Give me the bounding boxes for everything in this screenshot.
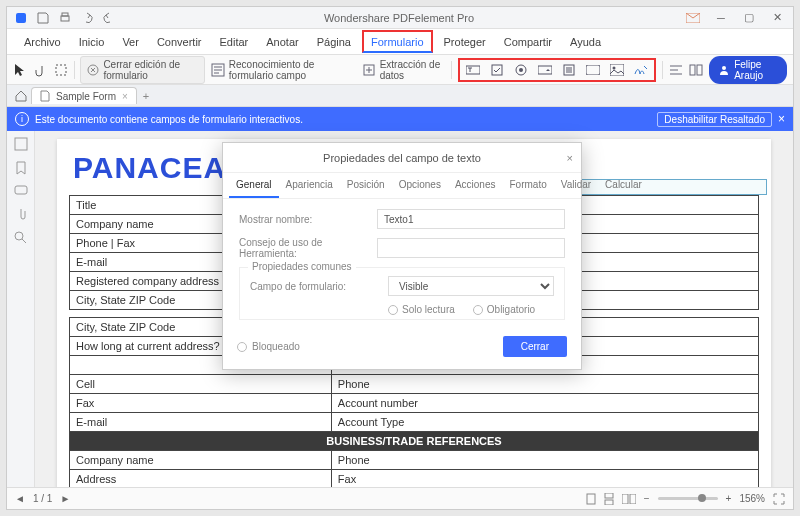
tab-acciones[interactable]: Acciones	[448, 173, 503, 198]
save-icon[interactable]	[35, 10, 51, 26]
listbox-icon[interactable]	[560, 61, 578, 79]
pointer-icon[interactable]	[13, 61, 27, 79]
disable-highlight-button[interactable]: Deshabilitar Resaltado	[657, 112, 772, 127]
info-icon: i	[15, 112, 29, 126]
textfield-icon[interactable]	[464, 61, 482, 79]
close-form-edit-button[interactable]: Cerrar edición de formulario	[80, 56, 204, 84]
combobox-icon[interactable]	[536, 61, 554, 79]
tab-calcular[interactable]: Calcular	[598, 173, 649, 198]
required-check[interactable]: Obligatorio	[473, 304, 535, 315]
svg-rect-18	[697, 65, 702, 75]
comments-icon[interactable]	[14, 185, 28, 197]
locked-check[interactable]: Bloqueado	[237, 341, 300, 352]
svg-rect-15	[610, 64, 624, 76]
thumbnails-icon[interactable]	[14, 137, 28, 151]
hand-icon[interactable]	[33, 61, 47, 79]
tooltip-input[interactable]	[377, 238, 565, 258]
menu-ver[interactable]: Ver	[113, 29, 148, 54]
svg-rect-14	[586, 65, 600, 75]
banner-close-icon[interactable]: ×	[778, 112, 785, 126]
sidebar	[7, 131, 35, 487]
close-circle-icon	[87, 64, 99, 76]
menu-ayuda[interactable]: Ayuda	[561, 29, 610, 54]
minimize-button[interactable]: ─	[709, 10, 733, 26]
readonly-check[interactable]: Solo lectura	[388, 304, 455, 315]
cell: Company name	[70, 451, 332, 470]
close-button[interactable]: ✕	[765, 10, 789, 26]
bookmarks-icon[interactable]	[15, 161, 27, 175]
tab-posicion[interactable]: Posición	[340, 173, 392, 198]
dialog-close-icon[interactable]: ×	[567, 152, 573, 164]
menu-proteger[interactable]: Proteger	[435, 29, 495, 54]
next-page-icon[interactable]: ►	[60, 493, 70, 504]
cell: Phone	[331, 375, 758, 394]
cell: Account number	[331, 394, 758, 413]
attachments-icon[interactable]	[15, 207, 27, 221]
zoom-slider[interactable]	[658, 497, 718, 500]
select-icon[interactable]	[53, 61, 67, 79]
view-continuous-icon[interactable]	[604, 493, 614, 505]
svg-rect-0	[16, 13, 26, 23]
dialog-body: Mostrar nombre: Consejo de uso de Herram…	[223, 199, 581, 326]
more-tools-icon[interactable]	[689, 61, 703, 79]
zoom-in-icon[interactable]: +	[726, 493, 732, 504]
tab-apariencia[interactable]: Apariencia	[279, 173, 340, 198]
menu-inicio[interactable]: Inicio	[70, 29, 114, 54]
form-recognition-button[interactable]: Reconocimiento de formulario campo	[211, 59, 356, 81]
mail-icon[interactable]	[681, 10, 705, 26]
menu-compartir[interactable]: Compartir	[495, 29, 561, 54]
tab-opciones[interactable]: Opciones	[392, 173, 448, 198]
data-extraction-button[interactable]: Extracción de datos	[362, 59, 445, 81]
tab-validar[interactable]: Validar	[554, 173, 598, 198]
menu-editar[interactable]: Editar	[211, 29, 258, 54]
fullscreen-icon[interactable]	[773, 493, 785, 505]
redo-icon[interactable]	[101, 10, 117, 26]
view-single-icon[interactable]	[586, 493, 596, 505]
label-tooltip: Consejo de uso de Herramienta:	[239, 237, 369, 259]
svg-rect-1	[61, 16, 69, 21]
undo-icon[interactable]	[79, 10, 95, 26]
align-icon[interactable]	[669, 61, 683, 79]
svg-point-16	[612, 66, 615, 69]
tab-close-icon[interactable]: ×	[122, 91, 128, 102]
tab-formato[interactable]: Formato	[502, 173, 553, 198]
menu-pagina[interactable]: Página	[308, 29, 360, 54]
info-banner: i Este documento contiene campos de form…	[7, 107, 793, 131]
name-input[interactable]	[377, 209, 565, 229]
visibility-select[interactable]: Visible	[388, 276, 554, 296]
svg-rect-21	[15, 186, 27, 194]
statusbar: ◄ 1 / 1 ► − + 156%	[7, 487, 793, 509]
checkbox-icon[interactable]	[488, 61, 506, 79]
image-field-icon[interactable]	[608, 61, 626, 79]
button-icon[interactable]	[584, 61, 602, 79]
print-icon[interactable]	[57, 10, 73, 26]
cell: Phone	[331, 451, 758, 470]
maximize-button[interactable]: ▢	[737, 10, 761, 26]
dialog-tabs: General Apariencia Posición Opciones Acc…	[223, 173, 581, 199]
svg-point-11	[519, 68, 523, 72]
view-facing-icon[interactable]	[622, 494, 636, 504]
banner-text: Este documento contiene campos de formul…	[35, 114, 303, 125]
menu-archivo[interactable]: Archivo	[15, 29, 70, 54]
tabstrip: Sample Form × +	[7, 85, 793, 107]
menu-anotar[interactable]: Anotar	[257, 29, 307, 54]
svg-rect-8	[466, 66, 480, 74]
document-tab[interactable]: Sample Form ×	[31, 87, 137, 104]
menu-formulario[interactable]: Formulario	[362, 30, 433, 53]
form-recognition-icon	[211, 63, 225, 77]
search-panel-icon[interactable]	[14, 231, 27, 244]
text-field-properties-dialog: Propiedades del campo de texto × General…	[222, 142, 582, 370]
menu-convertir[interactable]: Convertir	[148, 29, 211, 54]
radio-icon[interactable]	[512, 61, 530, 79]
tab-general[interactable]: General	[229, 173, 279, 198]
cell: Account Type	[331, 413, 758, 432]
toolbar: Cerrar edición de formulario Reconocimie…	[7, 55, 793, 85]
signature-icon[interactable]	[632, 61, 650, 79]
new-tab-button[interactable]: +	[143, 90, 149, 102]
prev-page-icon[interactable]: ◄	[15, 493, 25, 504]
dialog-close-button[interactable]: Cerrar	[503, 336, 567, 357]
home-tab-icon[interactable]	[11, 90, 31, 102]
zoom-out-icon[interactable]: −	[644, 493, 650, 504]
user-pill[interactable]: Felipe Araujo	[709, 56, 787, 84]
page-indicator: 1 / 1	[33, 493, 52, 504]
